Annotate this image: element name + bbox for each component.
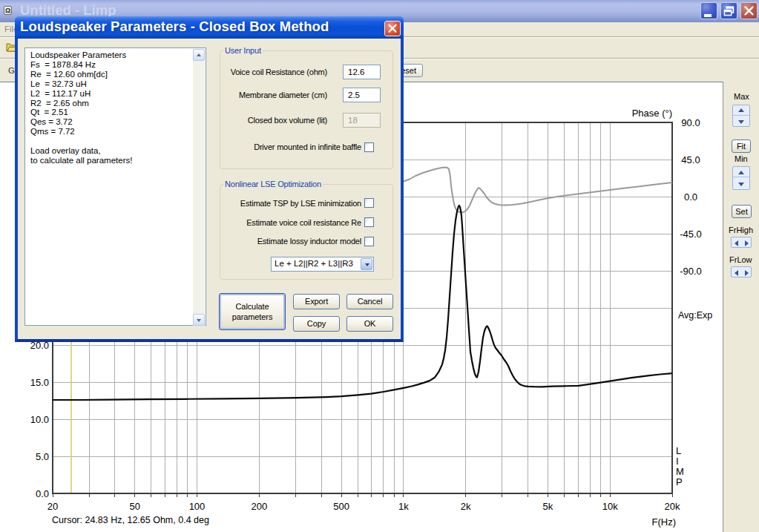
svg-text:1k: 1k xyxy=(398,501,409,512)
svg-text:M: M xyxy=(676,466,684,477)
svg-text:5.0: 5.0 xyxy=(36,451,49,462)
svg-text:15.0: 15.0 xyxy=(30,377,49,388)
svg-text:45.0: 45.0 xyxy=(681,154,700,165)
svg-text:Phase (°): Phase (°) xyxy=(632,108,672,119)
svg-text:Avg:Exp: Avg:Exp xyxy=(678,310,712,321)
svg-text:L: L xyxy=(676,445,681,456)
svg-text:I: I xyxy=(676,456,679,467)
svg-text:5k: 5k xyxy=(543,501,553,512)
svg-text:20: 20 xyxy=(47,501,58,512)
svg-text:50: 50 xyxy=(130,501,140,512)
svg-text:0.0: 0.0 xyxy=(684,191,697,203)
svg-text:100: 100 xyxy=(189,501,206,512)
svg-text:200: 200 xyxy=(251,501,267,512)
svg-text:90.0: 90.0 xyxy=(681,117,700,128)
svg-text:0.0: 0.0 xyxy=(36,488,49,499)
svg-text:500: 500 xyxy=(333,501,349,512)
svg-text:F(Hz): F(Hz) xyxy=(652,516,677,528)
svg-text:20k: 20k xyxy=(665,501,680,512)
svg-text:P: P xyxy=(676,476,683,487)
svg-text:2k: 2k xyxy=(461,501,471,512)
svg-text:-90.0: -90.0 xyxy=(680,266,702,277)
svg-text:10.0: 10.0 xyxy=(30,414,49,425)
svg-text:10k: 10k xyxy=(602,501,618,512)
svg-text:Cursor: 24.83 Hz, 12.65 Ohm, 0: Cursor: 24.83 Hz, 12.65 Ohm, 0.4 deg xyxy=(52,515,209,525)
svg-text:-45.0: -45.0 xyxy=(680,229,702,240)
